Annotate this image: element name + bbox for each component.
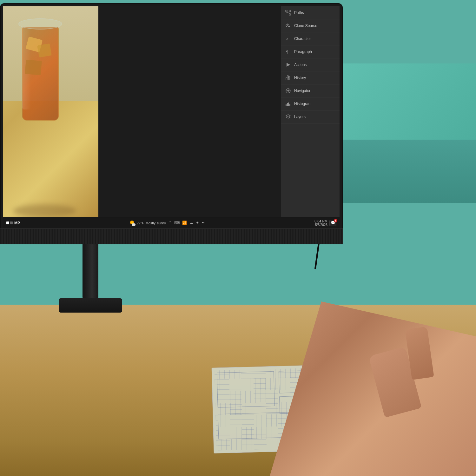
tray-pen-icon[interactable]: ✒ [202, 221, 205, 225]
layers-label: Layers [294, 115, 306, 119]
history-icon [285, 75, 291, 81]
monitor: Paths Clone Source A [0, 3, 343, 244]
weather-widget[interactable]: 77°F Mostly sunny [130, 220, 166, 226]
mp-squares-icon [6, 221, 13, 224]
svg-rect-9 [286, 77, 287, 80]
clock-widget[interactable]: 8:04 PM 5/5/2023 [314, 219, 327, 227]
panel-item-actions[interactable]: Actions [281, 58, 340, 71]
histogram-label: Histogram [294, 102, 312, 106]
mp-square-white [6, 221, 9, 224]
histogram-icon [285, 101, 291, 107]
time-display: 8:04 PM [314, 219, 327, 223]
notification-count: 1 [335, 219, 336, 222]
svg-rect-15 [286, 104, 287, 106]
panel-item-paragraph[interactable]: ¶ Paragraph [281, 45, 340, 58]
svg-text:¶: ¶ [286, 50, 288, 55]
actions-label: Actions [294, 63, 307, 67]
character-label: Character [294, 36, 311, 41]
actions-icon [285, 62, 291, 68]
layers-icon [285, 114, 291, 120]
cloud-icon [132, 223, 136, 226]
notification-button[interactable]: 💬 1 [329, 220, 336, 226]
character-icon: A [285, 36, 291, 42]
tray-cloud-icon[interactable]: ☁ [189, 221, 193, 225]
svg-point-4 [287, 24, 288, 26]
taskbar: MP 77°F Mostly sunny ⌃ ⌨ [3, 217, 340, 228]
svg-rect-1 [289, 10, 291, 12]
svg-rect-2 [289, 14, 291, 15]
glass-rim [18, 18, 62, 30]
taskbar-center: 77°F Mostly sunny ⌃ ⌨ 📶 ☁ ✦ ✒ [22, 220, 313, 226]
glass-illustration [16, 10, 67, 130]
scene: Paths Clone Source A [0, 0, 476, 476]
temperature: 77°F [137, 221, 144, 225]
canvas-workspace [98, 6, 281, 217]
tray-app-icon[interactable]: ✦ [196, 221, 199, 225]
screen-area: Paths Clone Source A [3, 6, 340, 228]
tray-wifi-icon[interactable]: 📶 [182, 221, 187, 225]
svg-rect-16 [287, 103, 288, 106]
artwork-section [3, 6, 98, 217]
svg-rect-10 [288, 76, 290, 80]
panel-item-history[interactable]: History [281, 71, 340, 84]
glass-shadow [13, 204, 76, 217]
paragraph-label: Paragraph [294, 50, 312, 54]
stand-base [59, 298, 122, 313]
monitor-speaker-bar [0, 228, 343, 244]
mp-square-dark [10, 221, 13, 224]
ice-cube [37, 43, 52, 57]
paths-label: Paths [294, 10, 304, 15]
arm-shape [270, 301, 476, 476]
panel-item-clone-source[interactable]: Clone Source [281, 19, 340, 32]
panel-item-character[interactable]: A Character [281, 32, 340, 45]
panel-item-navigator[interactable]: Navigator [281, 84, 340, 97]
clone-source-label: Clone Source [294, 23, 317, 28]
monitor-stand [59, 241, 122, 313]
tray-keyboard-icon[interactable]: ⌨ [174, 221, 180, 225]
taskbar-logo[interactable]: MP [6, 221, 20, 225]
date-display: 5/5/2023 [314, 223, 327, 227]
paragraph-icon: ¶ [285, 49, 291, 55]
paths-icon [285, 10, 291, 16]
history-label: History [294, 76, 306, 80]
chevron-up-icon[interactable]: ⌃ [169, 221, 172, 225]
hand-area [270, 301, 476, 476]
blueprint-rect [217, 371, 275, 408]
mp-label: MP [14, 221, 20, 225]
svg-text:A: A [286, 36, 288, 41]
clone-source-icon [285, 23, 291, 29]
screen-main: Paths Clone Source A [3, 6, 340, 217]
svg-rect-18 [289, 104, 290, 106]
svg-rect-0 [286, 10, 287, 12]
panel-item-paths[interactable]: Paths [281, 6, 340, 19]
svg-rect-17 [288, 102, 289, 106]
weather-icon [130, 220, 136, 226]
weather-condition: Mostly sunny [146, 221, 166, 225]
navigator-icon [285, 88, 291, 94]
panel-item-layers[interactable]: Layers [281, 110, 340, 123]
taskbar-right: 8:04 PM 5/5/2023 💬 1 [314, 219, 336, 227]
svg-marker-7 [287, 63, 290, 67]
ice-cube [25, 60, 42, 75]
stand-neck [83, 241, 98, 298]
ps-panels: Paths Clone Source A [281, 6, 340, 217]
panel-item-histogram[interactable]: Histogram [281, 97, 340, 110]
navigator-label: Navigator [294, 89, 310, 93]
notification-badge: 1 [334, 219, 337, 222]
